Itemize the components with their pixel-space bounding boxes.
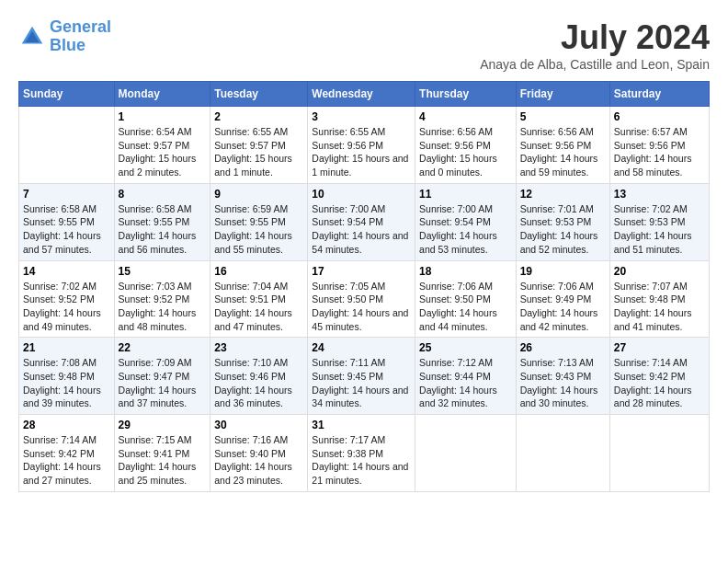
- calendar-cell: 14Sunrise: 7:02 AMSunset: 9:52 PMDayligh…: [19, 260, 115, 338]
- weekday-header: Thursday: [415, 82, 517, 107]
- daylight-text: Daylight: 14 hours and 57 minutes.: [23, 229, 110, 256]
- sunset-text: Sunset: 9:50 PM: [312, 293, 411, 306]
- daylight-text: Daylight: 15 hours and 0 minutes.: [419, 152, 512, 178]
- sunset-text: Sunset: 9:57 PM: [214, 139, 303, 153]
- sunset-text: Sunset: 9:49 PM: [520, 293, 606, 306]
- calendar-week-row: 21Sunrise: 7:08 AMSunset: 9:48 PMDayligh…: [19, 338, 710, 415]
- day-number: 27: [614, 341, 705, 354]
- calendar-cell: 27Sunrise: 7:14 AMSunset: 9:42 PMDayligh…: [609, 338, 709, 415]
- day-info: Sunrise: 7:13 AMSunset: 9:43 PMDaylight:…: [520, 356, 606, 410]
- day-info: Sunrise: 7:07 AMSunset: 9:48 PMDaylight:…: [614, 280, 705, 334]
- day-number: 12: [520, 188, 606, 201]
- sunset-text: Sunset: 9:54 PM: [312, 215, 411, 229]
- sunrise-text: Sunrise: 6:54 AM: [119, 125, 207, 139]
- day-info: Sunrise: 7:01 AMSunset: 9:53 PMDaylight:…: [520, 202, 606, 257]
- daylight-text: Daylight: 14 hours and 44 minutes.: [419, 306, 512, 333]
- sunrise-text: Sunrise: 7:11 AM: [312, 356, 411, 370]
- sunrise-text: Sunrise: 6:57 AM: [614, 125, 705, 139]
- day-info: Sunrise: 7:14 AMSunset: 9:42 PMDaylight:…: [614, 356, 705, 410]
- calendar-cell: 3Sunrise: 6:55 AMSunset: 9:56 PMDaylight…: [308, 107, 415, 184]
- day-number: 31: [312, 419, 411, 431]
- day-info: Sunrise: 7:15 AMSunset: 9:41 PMDaylight:…: [119, 433, 207, 488]
- daylight-text: Daylight: 15 hours and 1 minute.: [312, 152, 411, 178]
- sunrise-text: Sunrise: 7:08 AM: [23, 356, 110, 370]
- sunset-text: Sunset: 9:51 PM: [214, 293, 303, 306]
- day-number: 21: [23, 341, 110, 354]
- calendar-week-row: 28Sunrise: 7:14 AMSunset: 9:42 PMDayligh…: [19, 415, 710, 492]
- day-number: 14: [23, 265, 110, 278]
- calendar-cell: 25Sunrise: 7:12 AMSunset: 9:44 PMDayligh…: [415, 338, 517, 415]
- day-info: Sunrise: 7:11 AMSunset: 9:45 PMDaylight:…: [312, 356, 411, 410]
- day-number: 28: [23, 419, 110, 431]
- logo-icon: [18, 23, 46, 51]
- sunset-text: Sunset: 9:47 PM: [119, 370, 207, 384]
- daylight-text: Daylight: 14 hours and 41 minutes.: [614, 306, 705, 333]
- location: Anaya de Alba, Castille and Leon, Spain: [480, 57, 710, 72]
- day-number: 11: [419, 188, 512, 201]
- daylight-text: Daylight: 14 hours and 45 minutes.: [312, 306, 411, 333]
- calendar-cell: 9Sunrise: 6:59 AMSunset: 9:55 PMDaylight…: [210, 183, 308, 260]
- sunrise-text: Sunrise: 7:01 AM: [520, 202, 606, 216]
- sunset-text: Sunset: 9:56 PM: [419, 139, 512, 153]
- calendar-cell: 12Sunrise: 7:01 AMSunset: 9:53 PMDayligh…: [516, 183, 609, 260]
- daylight-text: Daylight: 14 hours and 49 minutes.: [23, 306, 110, 333]
- sunrise-text: Sunrise: 7:03 AM: [119, 280, 207, 293]
- daylight-text: Daylight: 14 hours and 47 minutes.: [214, 306, 303, 333]
- calendar-cell: 23Sunrise: 7:10 AMSunset: 9:46 PMDayligh…: [210, 338, 308, 415]
- sunrise-text: Sunrise: 6:58 AM: [119, 202, 207, 216]
- day-number: 24: [312, 341, 411, 354]
- sunset-text: Sunset: 9:54 PM: [419, 215, 512, 229]
- sunset-text: Sunset: 9:43 PM: [520, 370, 606, 384]
- daylight-text: Daylight: 14 hours and 53 minutes.: [419, 229, 512, 256]
- sunrise-text: Sunrise: 7:00 AM: [312, 202, 411, 216]
- sunrise-text: Sunrise: 7:13 AM: [520, 356, 606, 370]
- daylight-text: Daylight: 14 hours and 55 minutes.: [214, 229, 303, 256]
- sunrise-text: Sunrise: 7:06 AM: [419, 280, 512, 293]
- daylight-text: Daylight: 14 hours and 56 minutes.: [119, 229, 207, 256]
- sunrise-text: Sunrise: 7:02 AM: [23, 280, 110, 293]
- daylight-text: Daylight: 14 hours and 37 minutes.: [119, 384, 207, 410]
- daylight-text: Daylight: 14 hours and 39 minutes.: [23, 384, 110, 410]
- calendar-cell: 13Sunrise: 7:02 AMSunset: 9:53 PMDayligh…: [609, 183, 709, 260]
- day-number: 19: [520, 265, 606, 278]
- daylight-text: Daylight: 14 hours and 30 minutes.: [520, 384, 606, 410]
- calendar-cell: 20Sunrise: 7:07 AMSunset: 9:48 PMDayligh…: [609, 260, 709, 338]
- title-block: July 2024 Anaya de Alba, Castille and Le…: [480, 18, 710, 72]
- day-number: 3: [312, 110, 411, 123]
- day-number: 2: [214, 110, 303, 123]
- sunset-text: Sunset: 9:52 PM: [119, 293, 207, 306]
- daylight-text: Daylight: 14 hours and 51 minutes.: [614, 229, 705, 256]
- day-number: 18: [419, 265, 512, 278]
- daylight-text: Daylight: 14 hours and 27 minutes.: [23, 460, 110, 487]
- sunset-text: Sunset: 9:57 PM: [119, 139, 207, 153]
- calendar-week-row: 7Sunrise: 6:58 AMSunset: 9:55 PMDaylight…: [19, 183, 710, 260]
- sunset-text: Sunset: 9:52 PM: [23, 293, 110, 306]
- day-info: Sunrise: 7:10 AMSunset: 9:46 PMDaylight:…: [214, 356, 303, 410]
- day-info: Sunrise: 7:06 AMSunset: 9:49 PMDaylight:…: [520, 280, 606, 334]
- daylight-text: Daylight: 14 hours and 25 minutes.: [119, 460, 207, 487]
- day-info: Sunrise: 7:06 AMSunset: 9:50 PMDaylight:…: [419, 280, 512, 334]
- day-info: Sunrise: 7:02 AMSunset: 9:52 PMDaylight:…: [23, 280, 110, 334]
- weekday-header: Wednesday: [308, 82, 415, 107]
- logo-line1: General: [50, 17, 111, 36]
- sunrise-text: Sunrise: 6:59 AM: [214, 202, 303, 216]
- sunrise-text: Sunrise: 7:15 AM: [119, 433, 207, 447]
- logo: General Blue: [18, 18, 111, 55]
- weekday-header: Tuesday: [210, 82, 308, 107]
- day-info: Sunrise: 7:16 AMSunset: 9:40 PMDaylight:…: [214, 433, 303, 488]
- sunset-text: Sunset: 9:55 PM: [119, 215, 207, 229]
- sunrise-text: Sunrise: 7:16 AM: [214, 433, 303, 447]
- calendar-cell: 18Sunrise: 7:06 AMSunset: 9:50 PMDayligh…: [415, 260, 517, 338]
- sunset-text: Sunset: 9:38 PM: [312, 447, 411, 461]
- calendar-cell: 19Sunrise: 7:06 AMSunset: 9:49 PMDayligh…: [516, 260, 609, 338]
- sunset-text: Sunset: 9:42 PM: [23, 447, 110, 461]
- calendar-cell: [516, 415, 609, 492]
- daylight-text: Daylight: 14 hours and 21 minutes.: [312, 460, 411, 487]
- weekday-header: Monday: [114, 82, 210, 107]
- sunset-text: Sunset: 9:56 PM: [614, 139, 705, 153]
- day-number: 15: [119, 265, 207, 278]
- day-info: Sunrise: 6:55 AMSunset: 9:57 PMDaylight:…: [214, 125, 303, 179]
- sunrise-text: Sunrise: 7:09 AM: [119, 356, 207, 370]
- calendar-cell: [19, 107, 115, 184]
- weekday-header-row: SundayMondayTuesdayWednesdayThursdayFrid…: [19, 82, 710, 107]
